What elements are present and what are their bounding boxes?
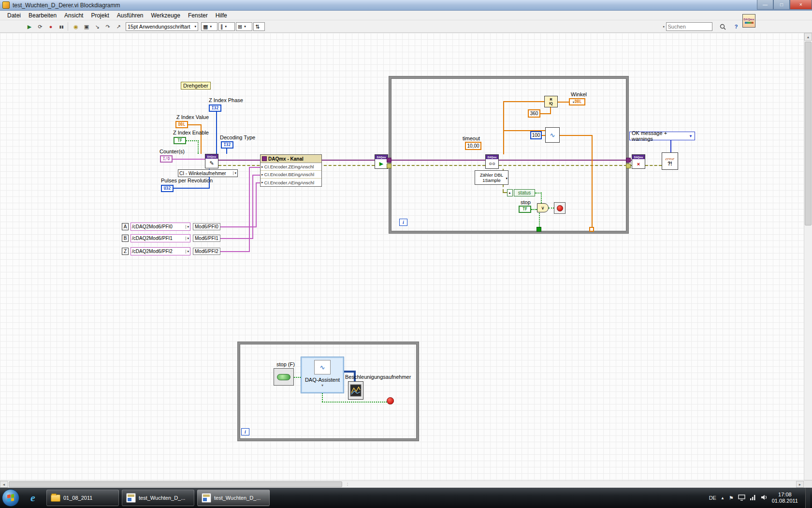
horizontal-scroll-thumb[interactable]: [9, 481, 342, 487]
cleanup-diagram-button[interactable]: ⇅: [253, 22, 265, 31]
vi-icon[interactable]: DAQmx: [742, 14, 755, 28]
property-row-b[interactable]: ▸ CI.Encoder.BEingAnschl: [261, 171, 321, 179]
menu-ansicht[interactable]: Ansicht: [61, 11, 87, 20]
read-mode-selector[interactable]: Zähler DBL 1Sample ▾: [475, 170, 508, 185]
iteration-terminal[interactable]: i: [399, 219, 407, 226]
menu-fenster[interactable]: Fenster: [185, 11, 211, 20]
timeout-constant[interactable]: 10,00: [465, 142, 481, 150]
channel-a-selector[interactable]: /cDAQ2Mod6/PFI0 ▾: [130, 223, 190, 231]
winkel-indicator[interactable]: ▸ DBL: [569, 98, 585, 105]
volume-icon[interactable]: [761, 494, 768, 501]
instance-selector-combo[interactable]: CI - Winkelaufnehmer ▾: [178, 169, 238, 177]
simple-error-handler-vi[interactable]: error ?!: [662, 152, 678, 170]
align-objects-dropdown[interactable]: ▦ ▾: [201, 22, 218, 31]
or-function[interactable]: ∨: [537, 203, 549, 212]
waveform-graph-terminal[interactable]: [348, 381, 363, 400]
z-index-phase-terminal[interactable]: I32: [209, 105, 221, 112]
property-row-a[interactable]: ▸ CI.Encoder.AEingAnschl: [261, 179, 321, 186]
loop2-iteration-terminal[interactable]: i: [241, 428, 249, 435]
tunnel-task-out[interactable]: [626, 158, 631, 163]
z-index-value-terminal[interactable]: DBL: [175, 121, 188, 128]
taskbar-ie-button[interactable]: e: [22, 490, 44, 506]
taskbar-labview-button-1[interactable]: test_Wuchten_D_...: [122, 490, 194, 506]
channel-z-selector[interactable]: /cDAQ2Mod6/PFI2 ▾: [130, 247, 190, 255]
language-indicator[interactable]: DE: [709, 495, 716, 501]
font-selector[interactable]: 15pt Anwendungsschriftart ▾: [126, 22, 198, 31]
wire-bool: [549, 208, 554, 209]
tunnel-error-in[interactable]: [387, 164, 392, 168]
start-button[interactable]: [2, 489, 19, 507]
resize-objects-dropdown[interactable]: ⊞ ▾: [236, 22, 252, 31]
tunnel-task-in[interactable]: [387, 158, 392, 163]
title-bar[interactable]: test_Wuchten_D_Derer.vi Blockdiagramm — …: [0, 0, 812, 11]
scroll-left-button[interactable]: ◄: [0, 481, 8, 488]
tunnel-dbl[interactable]: [589, 227, 594, 232]
scale-function[interactable]: ∿: [545, 127, 560, 143]
step-over-button[interactable]: ↷: [102, 22, 113, 31]
run-continuous-button[interactable]: ⟳: [35, 22, 45, 31]
free-label-drehgeber[interactable]: Drehgeber: [181, 82, 211, 90]
constant-100[interactable]: 100: [530, 131, 542, 139]
decoding-type-terminal[interactable]: I32: [221, 141, 233, 149]
error-dialog-type-enum[interactable]: OK message + warnings ▼: [629, 132, 695, 140]
distribute-objects-dropdown[interactable]: ∥ ▾: [218, 22, 235, 31]
menu-projekt[interactable]: Projekt: [87, 11, 112, 20]
clock[interactable]: 17:08 01.08.2011: [772, 492, 801, 504]
retain-wire-values-button[interactable]: ▣: [81, 22, 92, 31]
constant-360[interactable]: 360: [528, 109, 540, 118]
step-into-button[interactable]: ↘: [92, 22, 102, 31]
maximize-button[interactable]: □: [773, 0, 790, 10]
unbundle-status-node[interactable]: ▸: [507, 189, 513, 196]
daqmx-channel-property-node[interactable]: DAQmx - Kanal ▸ CI.Encoder.ZEingAnschl ▸…: [260, 154, 322, 187]
status-field[interactable]: status: [514, 189, 535, 196]
scroll-right-button[interactable]: ►: [796, 481, 804, 488]
vertical-scroll-thumb[interactable]: [805, 42, 812, 225]
daqmx-create-channel-vi[interactable]: DAQmx ✎: [205, 154, 218, 168]
menu-werkzeuge[interactable]: Werkzeuge: [147, 11, 183, 20]
menu-datei[interactable]: Datei: [4, 11, 24, 20]
highlight-execution-button[interactable]: ◉: [71, 22, 81, 31]
chevron-down-icon[interactable]: ▾: [321, 383, 323, 388]
taskbar-folder-button[interactable]: 01_08_2011: [46, 490, 119, 506]
z-index-enable-terminal[interactable]: TF: [174, 137, 186, 144]
minimize-button[interactable]: —: [757, 0, 773, 10]
run-button[interactable]: ▶: [24, 22, 35, 31]
channel-b-selector[interactable]: /cDAQ2Mod6/PFI1 ▾: [130, 234, 190, 242]
pulses-per-revolution-terminal[interactable]: U32: [161, 185, 174, 192]
search-input[interactable]: [666, 22, 712, 31]
loop-condition-terminal[interactable]: [554, 202, 566, 214]
display-icon[interactable]: [738, 494, 745, 502]
error-dialog-type-value: OK message + warnings: [632, 130, 689, 142]
show-desktop-button[interactable]: [805, 488, 810, 508]
property-row-z[interactable]: ▸ CI.Encoder.ZEingAnschl: [261, 163, 321, 171]
stop-button-terminal[interactable]: [274, 368, 294, 386]
stop-terminal[interactable]: TF: [519, 206, 531, 213]
scroll-up-button[interactable]: ▲: [804, 33, 812, 41]
daqmx-start-task-vi[interactable]: DAQmx ▶: [375, 154, 388, 169]
quotient-remainder-function[interactable]: R IQ: [544, 96, 558, 107]
action-center-icon[interactable]: ⚑: [729, 495, 734, 501]
tunnel-error-out[interactable]: [626, 164, 631, 168]
horizontal-scrollbar[interactable]: ◄ ⋮ ►: [0, 480, 804, 488]
search-icon[interactable]: [717, 22, 728, 31]
tray-expand-icon[interactable]: ▲: [721, 496, 725, 500]
daqmx-read-vi[interactable]: DAQmx ⊙⊙: [485, 154, 499, 169]
taskbar-labview-button-2[interactable]: test_Wuchten_D_...: [197, 490, 270, 506]
daqmx-clear-task-vi[interactable]: DAQmx ×: [632, 154, 645, 169]
help-button[interactable]: ?: [731, 22, 741, 31]
menu-bearbeiten[interactable]: Bearbeiten: [25, 11, 60, 20]
search-scope-icon[interactable]: ▸: [663, 25, 665, 29]
network-icon[interactable]: [750, 494, 756, 501]
counters-terminal[interactable]: I/O: [160, 155, 173, 163]
close-button[interactable]: ×: [790, 0, 812, 10]
pause-button[interactable]: ▮▮: [56, 22, 67, 31]
tunnel-boolean[interactable]: [536, 227, 541, 232]
step-out-button[interactable]: ↗: [113, 22, 124, 31]
abort-button[interactable]: ●: [45, 22, 56, 31]
daq-assistant-express-vi[interactable]: ∿ DAQ-Assistent ▾: [301, 357, 344, 393]
menu-hilfe[interactable]: Hilfe: [212, 11, 231, 20]
loop2-condition-terminal[interactable]: [387, 397, 394, 404]
vertical-scrollbar[interactable]: ▲ ▼: [804, 33, 812, 488]
menu-ausfuehren[interactable]: Ausführen: [114, 11, 147, 20]
graph-plot-icon: [350, 384, 362, 397]
